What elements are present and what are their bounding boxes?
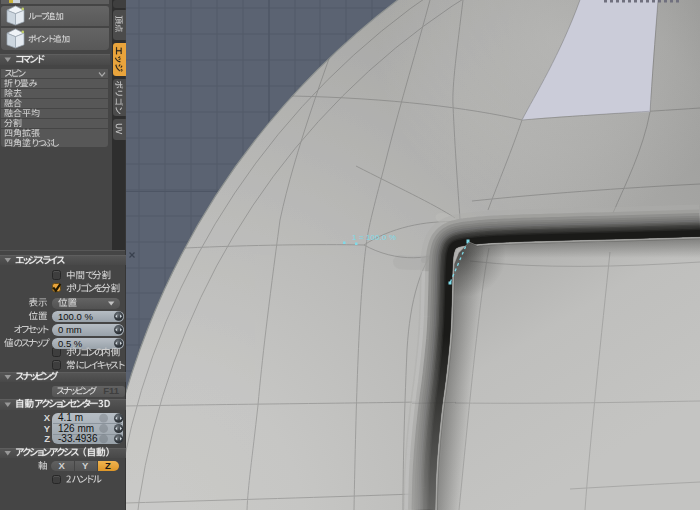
svg-text:100.0 %: 100.0 %: [58, 311, 93, 322]
svg-text:0 mm: 0 mm: [58, 324, 82, 335]
svg-text:Z: Z: [105, 460, 111, 471]
svg-text:Y: Y: [82, 460, 89, 471]
svg-text:F11: F11: [103, 385, 120, 396]
svg-text:126 mm: 126 mm: [58, 423, 94, 434]
svg-text:Y: Y: [44, 423, 51, 434]
svg-text:Z: Z: [44, 433, 50, 444]
svg-text:0.5 %: 0.5 %: [58, 338, 83, 349]
svg-text:-33.4936: -33.4936: [58, 433, 98, 444]
svg-text:X: X: [59, 460, 66, 471]
